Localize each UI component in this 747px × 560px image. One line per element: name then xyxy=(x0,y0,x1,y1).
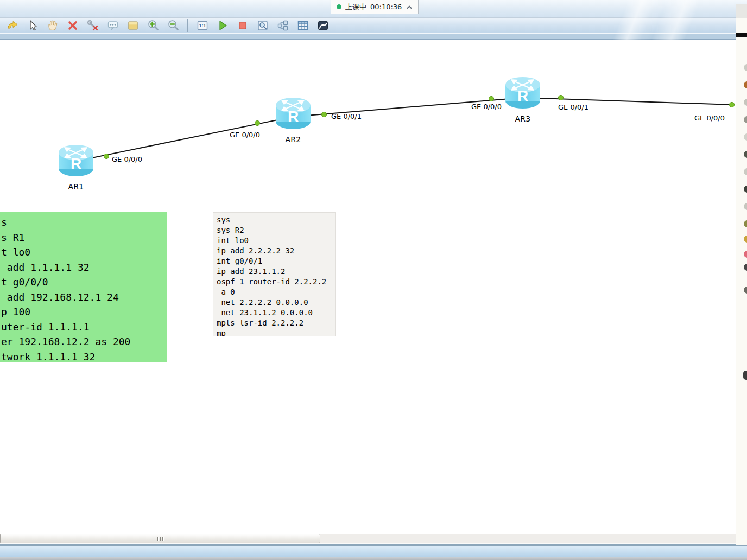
note-text-line: mp xyxy=(217,328,335,336)
horizontal-scrollbar-track[interactable] xyxy=(0,534,747,543)
note-text-line: net 23.1.1.2 0.0.0.0 xyxy=(217,308,335,318)
horizontal-scrollbar-thumb[interactable] xyxy=(0,534,320,543)
interface-label: GE 0/0/0 xyxy=(471,103,502,111)
side-window-divider xyxy=(737,276,747,276)
class-timer-value: 00:10:36 xyxy=(370,3,402,11)
note-text-line: er 192.168.12.2 as 200 xyxy=(1,334,167,349)
note-text-line: ip add 23.1.1.2 xyxy=(217,266,335,277)
note-text-line: add 192.168.12.1 24 xyxy=(1,290,167,305)
router-node[interactable]: R AR3 xyxy=(504,77,541,123)
recording-status-dot xyxy=(337,4,341,9)
note-text-line: int lo0 xyxy=(217,236,335,246)
zoom-out-icon[interactable] xyxy=(165,18,181,33)
device-grid-icon[interactable] xyxy=(295,18,311,33)
note-text-line: ip add 2.2.2.2 32 xyxy=(217,246,335,256)
side-window-button[interactable] xyxy=(744,151,747,158)
delete-icon[interactable] xyxy=(65,18,81,33)
side-window-black-bar xyxy=(736,33,747,37)
note-text-line: t lo0 xyxy=(1,245,167,260)
router-node[interactable]: R AR2 xyxy=(275,97,312,144)
note-text-line: t g0/0/0 xyxy=(1,275,167,290)
taskbar-edge xyxy=(0,557,747,560)
svg-text:R: R xyxy=(288,108,299,125)
config-note-r2-editing[interactable]: syssys R2int lo0ip add 2.2.2.2 32int g0/… xyxy=(213,212,336,336)
side-window-button[interactable] xyxy=(744,251,747,258)
note-text-line: mpls lsr-id 2.2.2.2 xyxy=(217,318,335,328)
side-window-button[interactable] xyxy=(744,81,747,88)
router-node[interactable]: R AR1 xyxy=(58,144,94,191)
microphone-icon[interactable] xyxy=(743,371,747,380)
start-devices-icon[interactable] xyxy=(214,18,231,33)
class-status-label: 上课中 xyxy=(345,2,366,12)
interface-label: GE 0/0/1 xyxy=(558,103,588,111)
stop-devices-icon[interactable] xyxy=(235,18,251,33)
side-window-button[interactable] xyxy=(744,186,747,193)
data-capture-icon[interactable] xyxy=(255,18,271,33)
toolbar-lower-edge xyxy=(0,39,747,40)
config-note-r1[interactable]: ss R1t lo0 add 1.1.1.1 32t g0/0/0 add 19… xyxy=(0,212,167,362)
note-text-line: sys xyxy=(217,215,335,225)
note-text-line: s xyxy=(1,215,167,230)
note-text-line: s R1 xyxy=(1,230,167,245)
forward-arrow-icon[interactable] xyxy=(4,18,21,33)
interface-label: GE 0/0/0 xyxy=(694,114,725,122)
note-text-line: ospf 1 router-id 2.2.2.2 xyxy=(217,277,335,287)
toolbar-lower-band xyxy=(0,34,747,39)
device-label: AR3 xyxy=(504,114,541,123)
device-label: AR1 xyxy=(58,182,94,191)
pan-hand-icon[interactable] xyxy=(45,18,61,33)
ensp-window: 1:1 上课中 00:10:36 xyxy=(0,0,747,560)
note-text-line: uter-id 1.1.1.1 xyxy=(1,320,167,335)
chevron-up-icon xyxy=(406,5,413,9)
text-caret xyxy=(226,330,226,336)
router-icon: R xyxy=(504,77,541,110)
note-text-line: int g0/0/1 xyxy=(217,256,335,266)
actual-size-icon[interactable]: 1:1 xyxy=(194,18,211,33)
side-window-button[interactable] xyxy=(744,64,747,71)
interface-label: GE 0/0/1 xyxy=(331,112,362,120)
text-comment-icon[interactable] xyxy=(105,18,121,33)
side-window-button[interactable] xyxy=(744,264,747,271)
overlapping-side-window xyxy=(736,4,747,545)
class-timer-widget[interactable]: 上课中 00:10:36 xyxy=(331,0,419,14)
side-window-button[interactable] xyxy=(744,220,747,227)
delete-link-icon[interactable] xyxy=(85,18,101,33)
side-window-button[interactable] xyxy=(744,99,747,106)
note-text-line: p 100 xyxy=(1,304,167,320)
device-label: AR2 xyxy=(275,135,312,144)
side-window-button[interactable] xyxy=(744,116,747,123)
zoom-in-icon[interactable] xyxy=(145,18,161,33)
side-window-button[interactable] xyxy=(744,133,747,141)
select-pointer-icon[interactable] xyxy=(24,18,41,33)
note-text-line: twork 1.1.1.1 32 xyxy=(1,349,167,362)
screenshot-icon[interactable] xyxy=(315,18,331,33)
toolbar: 1:1 xyxy=(0,18,747,34)
router-icon: R xyxy=(58,144,94,178)
collapse-timer-button[interactable] xyxy=(406,5,413,9)
note-text-line: add 1.1.1.1 32 xyxy=(1,260,167,275)
side-window-button[interactable] xyxy=(744,168,747,175)
status-bar xyxy=(0,546,747,557)
note-text-line: sys R2 xyxy=(217,225,335,236)
router-icon: R xyxy=(275,97,312,131)
side-window-button[interactable] xyxy=(744,287,747,294)
side-window-button[interactable] xyxy=(744,236,747,243)
svg-text:R: R xyxy=(517,87,528,104)
note-palette-icon[interactable] xyxy=(125,18,141,33)
svg-text:R: R xyxy=(71,155,81,172)
toolbar-separator xyxy=(187,19,188,32)
interface-label: GE 0/0/0 xyxy=(112,155,142,163)
actual-size-label: 1:1 xyxy=(199,23,206,28)
scrollbar-grip xyxy=(157,537,159,541)
topology-view-icon[interactable] xyxy=(275,18,291,33)
note-text-line: net 2.2.2.2 0.0.0.0 xyxy=(217,297,335,308)
note-text-line: a 0 xyxy=(217,287,335,297)
side-window-button[interactable] xyxy=(744,203,747,210)
side-window-header xyxy=(736,4,747,18)
interface-label: GE 0/0/0 xyxy=(230,131,260,139)
